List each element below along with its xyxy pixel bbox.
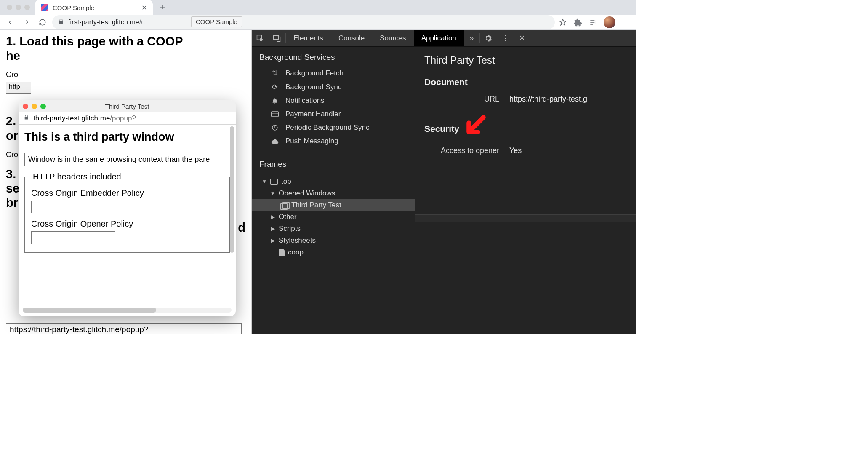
opened-windows-node[interactable]: ▼Opened Windows: [252, 187, 415, 199]
sidebar-item-notifications[interactable]: Notifications: [252, 94, 415, 107]
heading-fragment-d: d: [238, 220, 245, 235]
devtools-main: Third Party Test Document URL https://th…: [415, 47, 636, 334]
security-section-heading: Security: [424, 115, 627, 142]
document-section-heading: Document: [424, 77, 627, 87]
window-close-dot[interactable]: [7, 5, 12, 10]
sidebar-item-push[interactable]: Push Messaging: [252, 134, 415, 148]
tab-application[interactable]: Application: [414, 30, 464, 46]
document-icon: [279, 249, 285, 256]
devtools-panel: Elements Console Sources Application » ⋮…: [252, 30, 636, 334]
frames-other[interactable]: ▶Other: [252, 211, 415, 223]
access-opener-value: Yes: [509, 146, 522, 155]
nav-reload-button[interactable]: [36, 16, 49, 29]
profile-avatar[interactable]: [604, 16, 615, 28]
new-tab-button[interactable]: +: [156, 1, 169, 13]
coop-input[interactable]: [31, 231, 115, 244]
devtools-sidebar: Background Services ⇅Background Fetch ⟳B…: [252, 47, 415, 334]
reading-list-icon[interactable]: [588, 18, 598, 27]
window-min-dot[interactable]: [16, 5, 21, 10]
url-text: first-party-test.glitch.me/c: [68, 19, 145, 26]
http-field-fragment[interactable]: http: [6, 82, 31, 94]
frames-stylesheets[interactable]: ▶Stylesheets: [252, 235, 415, 246]
lock-icon: [58, 18, 64, 27]
devtools-close-icon[interactable]: ✕: [514, 30, 530, 46]
svg-rect-1: [274, 35, 279, 39]
frame-detail-title: Third Party Test: [424, 54, 627, 66]
tab-sources[interactable]: Sources: [372, 30, 413, 46]
devtools-settings-icon[interactable]: [480, 30, 497, 46]
popup-url: third-party-test.glitch.me/popup?: [33, 114, 136, 123]
lock-icon: [24, 114, 29, 123]
tab-console[interactable]: Console: [331, 30, 372, 46]
address-bar[interactable]: first-party-test.glitch.me/c COOP Sample: [52, 15, 555, 29]
tab-title: COOP Sample: [53, 4, 94, 11]
browser-menu-icon[interactable]: ⋮: [621, 18, 631, 27]
tab-close-icon[interactable]: ✕: [141, 4, 147, 12]
browser-tab-active[interactable]: COOP Sample ✕: [35, 0, 153, 15]
nav-forward-button[interactable]: [20, 16, 33, 29]
coep-label: Cross Origin Embedder Policy: [31, 188, 223, 198]
bookmark-star-icon[interactable]: [558, 18, 567, 27]
access-opener-label: Access to opener: [432, 146, 499, 155]
frame-icon: [270, 179, 278, 185]
bg-services-heading: Background Services: [252, 47, 415, 66]
sidebar-item-payment[interactable]: Payment Handler: [252, 107, 415, 121]
frames-coop-doc[interactable]: coop: [252, 246, 415, 258]
cloud-icon: [270, 138, 280, 144]
browser-tabstrip: COOP Sample ✕ +: [0, 0, 636, 15]
url-value: https://third-party-test.gl: [509, 95, 589, 104]
popup-window: Third Party Test third-party-test.glitch…: [19, 100, 236, 316]
coop-label: Cross Origin Opener Policy: [31, 219, 223, 229]
sidebar-item-bg-fetch[interactable]: ⇅Background Fetch: [252, 66, 415, 80]
browser-toolbar: first-party-test.glitch.me/c COOP Sample…: [0, 15, 636, 30]
devtools-menu-icon[interactable]: ⋮: [497, 30, 514, 46]
popup-heading: This is a third party window: [24, 131, 230, 144]
frames-heading: Frames: [252, 154, 415, 173]
tab-favicon-icon: [41, 4, 48, 11]
clock-icon: [270, 124, 280, 131]
sidebar-item-bg-sync[interactable]: ⟳Background Sync: [252, 80, 415, 94]
window-icon: [280, 202, 288, 208]
devtools-divider: [415, 214, 636, 222]
sidebar-item-periodic-sync[interactable]: Periodic Background Sync: [252, 121, 415, 134]
annotation-arrow-icon: [465, 114, 487, 140]
svg-rect-3: [272, 112, 279, 117]
tabs-overflow-icon[interactable]: »: [464, 30, 479, 46]
card-icon: [270, 111, 280, 117]
popup-address-bar[interactable]: third-party-test.glitch.me/popup?: [19, 112, 236, 125]
popup-titlebar[interactable]: Third Party Test: [19, 100, 236, 112]
coep-input[interactable]: [31, 201, 115, 213]
devtools-tabbar: Elements Console Sources Application » ⋮…: [252, 30, 636, 47]
frame-third-party-test[interactable]: Third Party Test: [252, 199, 415, 211]
page-heading-1: 1. Load this page with a COOPhe: [6, 34, 245, 63]
coop-label-fragment: Cro: [6, 70, 245, 79]
http-headers-fieldset: HTTP headers included Cross Origin Embed…: [24, 172, 230, 253]
bell-icon: [270, 97, 280, 104]
device-toolbar-icon[interactable]: [269, 30, 285, 46]
tab-elements[interactable]: Elements: [286, 30, 331, 46]
fieldset-legend: HTTP headers included: [31, 172, 123, 182]
window-max-dot[interactable]: [24, 5, 30, 10]
nav-back-button[interactable]: [4, 16, 17, 29]
inspect-element-icon[interactable]: [252, 30, 269, 46]
popup-title: Third Party Test: [19, 103, 236, 110]
window-traffic-lights: [4, 5, 35, 15]
fetch-icon: ⇅: [270, 69, 280, 78]
popup-message-box: Window is in the same browsing context t…: [24, 153, 226, 166]
frames-scripts[interactable]: ▶Scripts: [252, 223, 415, 235]
sync-icon: ⟳: [270, 83, 280, 91]
popup-url-input[interactable]: [6, 323, 242, 334]
url-label: URL: [432, 95, 499, 104]
frame-top[interactable]: ▼top: [252, 176, 415, 187]
popup-scrollbar-horizontal[interactable]: [23, 308, 232, 313]
extensions-icon[interactable]: [573, 18, 583, 27]
url-tooltip: COOP Sample: [191, 16, 242, 27]
